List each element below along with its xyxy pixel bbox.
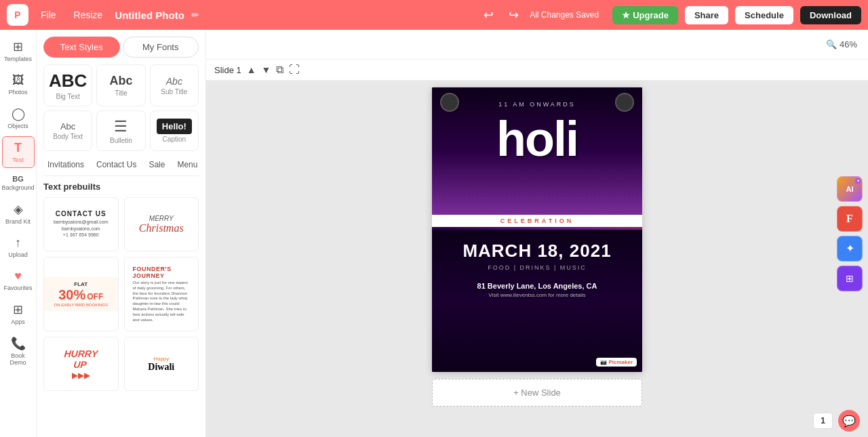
style-body-text[interactable]: Abc Body Text xyxy=(43,110,92,151)
subtitle-preview: Abc xyxy=(166,76,182,87)
holi-top-section: 11 AM ONWARDS Holi xyxy=(432,87,642,216)
chat-icon: 💬 xyxy=(842,415,856,428)
zoom-icon: 🔍 xyxy=(826,39,837,49)
tab-my-fonts[interactable]: My Fonts xyxy=(123,37,199,58)
sidebar-item-brand-kit[interactable]: ◈ Brand Kit xyxy=(2,198,35,229)
resize-menu[interactable]: Resize xyxy=(68,7,108,23)
holi-address: 81 Beverly Lane, Los Angeles, CA xyxy=(477,282,597,290)
holi-date: MARCH 18, 2021 xyxy=(462,241,611,262)
redo-button[interactable]: ↪ xyxy=(505,5,523,25)
canvas-toolbar: 🔍 46% xyxy=(206,30,868,60)
new-slide-button[interactable]: + New Slide xyxy=(432,379,642,407)
document-title[interactable]: Untitled Photo xyxy=(115,9,184,21)
save-status: All Changes Saved xyxy=(530,10,599,20)
style-bulletin[interactable]: ☰ Bulletin xyxy=(96,110,145,151)
file-menu[interactable]: File xyxy=(35,7,62,23)
right-float-sidebar: AI ✦ F ✦ ⊞ xyxy=(834,173,865,294)
font-button[interactable]: F xyxy=(837,206,863,232)
download-button[interactable]: Download xyxy=(800,6,861,24)
text-styles-grid: ABC Big Text Abc Title Abc Sub Title Abc… xyxy=(37,58,205,158)
tab-text-styles[interactable]: Text Styles xyxy=(43,37,120,58)
page-number[interactable]: 1 xyxy=(813,413,833,429)
prebuilt-diwali[interactable]: Happy Diwali xyxy=(124,337,199,391)
cat-menu[interactable]: Menu xyxy=(173,158,201,171)
prebuilt-sale[interactable]: FLAT 30% OFF ON EARLY BIRD BOOKINGS xyxy=(43,257,119,331)
slide-nav-up[interactable]: ▲ xyxy=(247,64,256,75)
zoom-control[interactable]: 🔍 46% xyxy=(826,39,857,49)
sidebar-item-photos[interactable]: 🖼 Photos xyxy=(2,69,35,100)
upgrade-button[interactable]: ★ Upgrade xyxy=(612,6,678,24)
style-subtitle[interactable]: Abc Sub Title xyxy=(150,64,199,106)
slide-duplicate[interactable]: ⧉ xyxy=(276,64,283,76)
christmas-preview: MERRY Christmas xyxy=(139,215,184,234)
topbar: P File Resize Untitled Photo ✏ ↩ ↪ All C… xyxy=(0,0,868,30)
star-icon: ★ xyxy=(622,10,630,20)
main-layout: ⊞ Templates 🖼 Photos ◯ Objects T Text BG… xyxy=(0,30,868,437)
style-big-text[interactable]: ABC Big Text xyxy=(43,64,92,106)
undo-button[interactable]: ↩ xyxy=(479,5,498,25)
text-panel: Text Styles My Fonts ABC Big Text Abc Ti… xyxy=(37,30,206,437)
diwali-preview: Happy Diwali xyxy=(148,356,174,373)
sale-preview: FLAT 30% OFF ON EARLY BIRD BOOKINGS xyxy=(44,277,118,311)
icon-sidebar: ⊞ Templates 🖼 Photos ◯ Objects T Text BG… xyxy=(0,30,37,437)
text-panel-tabs: Text Styles My Fonts xyxy=(37,30,205,58)
book-demo-icon: 📞 xyxy=(11,336,26,351)
share-button[interactable]: Share xyxy=(685,6,728,24)
prebuilt-contact-us[interactable]: CONTACT US barnbysalons@gmail.combarnbys… xyxy=(43,197,119,251)
background-icon: BG xyxy=(12,175,24,183)
canvas-scroll[interactable]: 11 AM ONWARDS Holi CELEBRATION MARCH 18,… xyxy=(206,81,868,437)
apps-icon: ⊞ xyxy=(13,302,23,317)
speaker-left xyxy=(440,93,459,112)
holi-celebration: CELEBRATION xyxy=(432,215,642,227)
prebuilt-hurry[interactable]: HURRYUP ▶▶▶ xyxy=(43,337,119,391)
ai-badge: ✦ xyxy=(855,178,861,184)
sidebar-item-favourites[interactable]: ♥ Favourites xyxy=(2,265,35,295)
picmaker-badge: 📷 Picmaker xyxy=(596,358,637,367)
picmaker-icon: 📷 xyxy=(600,359,607,365)
prebuilts-title: Text prebuilts xyxy=(43,182,199,192)
caption-preview: Hello! xyxy=(157,119,192,134)
big-text-preview: ABC xyxy=(49,70,87,91)
divider xyxy=(43,175,199,176)
style-title[interactable]: Abc Title xyxy=(96,64,145,106)
sidebar-item-objects[interactable]: ◯ Objects xyxy=(2,102,35,133)
sidebar-item-background[interactable]: BG Background xyxy=(2,171,35,195)
style-caption[interactable]: Hello! Caption xyxy=(150,110,199,151)
cat-invitations[interactable]: Invitations xyxy=(43,158,88,171)
holi-visit: Visit www.8eventss.com for more details xyxy=(488,292,585,298)
gallery-button[interactable]: ⊞ xyxy=(837,266,863,291)
prebuilt-founder[interactable]: FOUNDER'S JOURNEY Our story is just for … xyxy=(124,257,199,331)
prebuilts-section: Text prebuilts CONTACT US barnbysalons@g… xyxy=(37,182,205,437)
chat-button[interactable]: 💬 xyxy=(838,410,860,432)
design-button[interactable]: ✦ xyxy=(837,236,863,262)
cat-contact-us[interactable]: Contact Us xyxy=(92,158,140,171)
ai-button[interactable]: AI ✦ xyxy=(837,176,863,202)
cat-sale[interactable]: Sale xyxy=(144,158,169,171)
templates-icon: ⊞ xyxy=(13,39,23,54)
objects-icon: ◯ xyxy=(12,106,25,121)
sidebar-item-upload[interactable]: ↑ Upload xyxy=(2,232,35,262)
slide-label: Slide 1 xyxy=(214,65,241,75)
slide-fullscreen[interactable]: ⛶ xyxy=(289,64,300,76)
holi-bottom-section: MARCH 18, 2021 FOOD | DRINKS | MUSIC 81 … xyxy=(432,230,642,372)
holi-speakers xyxy=(432,93,642,112)
schedule-button[interactable]: Schedule xyxy=(735,6,793,24)
sidebar-item-templates[interactable]: ⊞ Templates xyxy=(2,35,35,66)
slide-wrapper: 11 AM ONWARDS Holi CELEBRATION MARCH 18,… xyxy=(432,87,642,372)
slide-nav-down[interactable]: ▼ xyxy=(262,64,271,75)
upload-icon: ↑ xyxy=(15,236,21,250)
speaker-right xyxy=(615,93,634,112)
prebuilt-christmas[interactable]: MERRY Christmas xyxy=(124,197,199,251)
prebuilts-grid: CONTACT US barnbysalons@gmail.combarnbys… xyxy=(43,197,199,391)
bulletin-preview: ☰ xyxy=(114,118,127,136)
holi-food-line: FOOD | DRINKS | MUSIC xyxy=(488,264,587,271)
edit-title-icon[interactable]: ✏ xyxy=(191,9,199,20)
slide-content: 11 AM ONWARDS Holi CELEBRATION MARCH 18,… xyxy=(432,87,642,372)
sidebar-item-text[interactable]: T Text xyxy=(2,136,35,168)
bottom-bar: 1 💬 xyxy=(813,410,860,432)
sidebar-item-apps[interactable]: ⊞ Apps xyxy=(2,298,35,329)
photos-icon: 🖼 xyxy=(12,73,24,87)
slide-controls-row: Slide 1 ▲ ▼ ⧉ ⛶ xyxy=(206,60,868,81)
app-logo[interactable]: P xyxy=(7,4,28,26)
sidebar-item-book-demo[interactable]: 📞 Book Demo xyxy=(2,332,35,370)
